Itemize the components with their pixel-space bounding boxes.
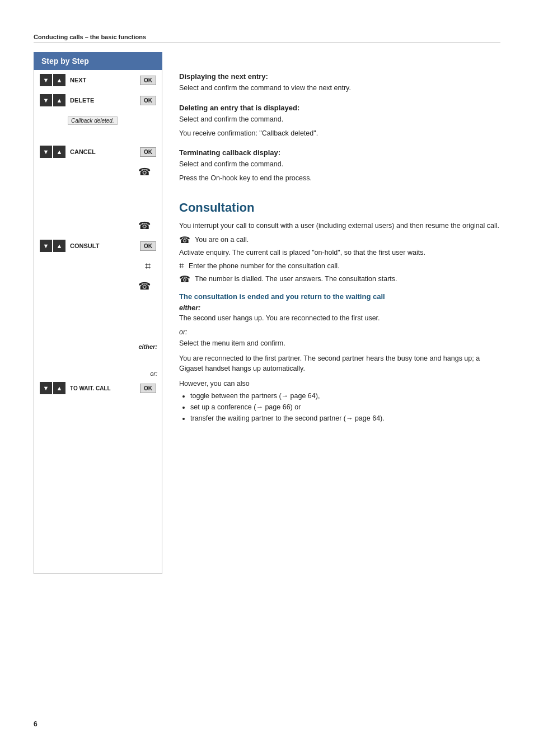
deleting-entry-text2: You receive confirmation: "Callback dele… xyxy=(179,128,500,139)
page-header: Conducting calls – the basic functions xyxy=(34,34,500,43)
either-row: either: xyxy=(34,341,162,352)
consultation-intro: You interrupt your call to consult with … xyxy=(179,221,500,231)
up-arrow[interactable]: ▲ xyxy=(53,94,65,106)
page-number: 6 xyxy=(34,720,38,728)
deleting-entry-text1: Select and confirm the command. xyxy=(179,114,500,125)
consultation-ended-heading: The consultation is ended and you return… xyxy=(179,292,500,301)
step-by-step-box: ▼ ▲ NEXT OK ▼ ▲ DELETE OK Callback delet… xyxy=(34,70,162,574)
bullet-list: toggle between the partners (→ page 64),… xyxy=(190,390,500,424)
cancel-step-row: ▼ ▲ CANCEL OK xyxy=(34,142,162,162)
deleting-entry-heading: Deleting an entry that is displayed: xyxy=(179,104,500,112)
reconnected-text: You are reconnected to the first partner… xyxy=(179,353,500,375)
phone-call-icon: ☎ xyxy=(138,220,156,232)
next-nav-arrows[interactable]: ▼ ▲ xyxy=(40,74,65,86)
dialled-phone-icon: ☎ xyxy=(138,280,156,292)
or-label: or: xyxy=(150,370,157,377)
down-arrow[interactable]: ▼ xyxy=(40,240,52,252)
delete-label: DELETE xyxy=(70,97,135,104)
on-call-row: ☎ You are on a call. xyxy=(179,235,500,245)
enter-number-row: ⌗ Enter the phone number for the consult… xyxy=(179,261,500,272)
displaying-next-heading: Displaying the next entry: xyxy=(179,72,500,81)
right-column: Displaying the next entry: Select and co… xyxy=(162,52,500,574)
up-arrow[interactable]: ▲ xyxy=(53,74,65,86)
callback-deleted-tag: Callback deleted. xyxy=(68,116,118,125)
towaitcall-nav-arrows[interactable]: ▼ ▲ xyxy=(40,382,65,394)
towaitcall-step-row: ▼ ▲ TO WAIT. CALL OK xyxy=(34,378,162,398)
down-arrow[interactable]: ▼ xyxy=(40,146,52,158)
bullet-item-3: transfer the waiting partner to the seco… xyxy=(190,413,500,424)
number-dialled-text: The number is dialled. The user answers.… xyxy=(195,274,397,284)
keypad-row: ⌗ xyxy=(34,256,162,276)
number-dialled-row: ☎ The number is dialled. The user answer… xyxy=(179,274,500,284)
terminating-callback-text2: Press the On-hook key to end the process… xyxy=(179,173,500,184)
or-text-label: or: xyxy=(179,328,500,336)
cancel-label: CANCEL xyxy=(70,148,135,155)
step-by-step-header: Step by Step xyxy=(34,52,162,70)
next-label: NEXT xyxy=(70,77,135,83)
call-icon-row: ☎ xyxy=(34,216,162,236)
keypad-right-icon: ⌗ xyxy=(179,261,184,271)
bullet-item-1: toggle between the partners (→ page 64), xyxy=(190,390,500,402)
towaitcall-label: TO WAIT. CALL xyxy=(70,385,135,391)
either-label: either: xyxy=(138,343,157,350)
activate-text: Activate enquiry. The current call is pl… xyxy=(179,248,500,258)
delete-ok-button[interactable]: OK xyxy=(140,96,156,105)
either-description: The second user hangs up. You are reconn… xyxy=(179,313,500,324)
left-column: Step by Step ▼ ▲ NEXT OK ▼ ▲ DELETE OK xyxy=(34,52,162,574)
callback-deleted-row: Callback deleted. xyxy=(34,110,162,130)
however-text: However, you can also xyxy=(179,379,500,389)
next-step-row: ▼ ▲ NEXT OK xyxy=(34,70,162,90)
either-text-label: either: xyxy=(179,304,500,312)
enter-number-text: Enter the phone number for the consultat… xyxy=(189,261,340,272)
up-arrow[interactable]: ▲ xyxy=(53,240,65,252)
on-call-text: You are on a call. xyxy=(195,235,249,245)
terminating-callback-heading: Terminating callback display: xyxy=(179,148,500,157)
delete-nav-arrows[interactable]: ▼ ▲ xyxy=(40,94,65,106)
keypad-icon: ⌗ xyxy=(145,260,156,272)
terminating-callback-text1: Select and confirm the command. xyxy=(179,159,500,170)
consult-label: CONSULT xyxy=(70,242,135,249)
towaitcall-ok-button[interactable]: OK xyxy=(140,384,156,393)
cancel-ok-button[interactable]: OK xyxy=(140,147,156,157)
call-start-icon: ☎ xyxy=(179,235,190,245)
onhook-icon: ☎ xyxy=(138,166,156,178)
delete-step-row: ▼ ▲ DELETE OK xyxy=(34,90,162,110)
up-arrow[interactable]: ▲ xyxy=(53,382,65,394)
or-row: or: xyxy=(34,369,162,378)
consult-nav-arrows[interactable]: ▼ ▲ xyxy=(40,240,65,252)
down-arrow[interactable]: ▼ xyxy=(40,382,52,394)
displaying-next-text: Select and confirm the command to view t… xyxy=(179,83,500,94)
bullet-item-2: set up a conference (→ page 66) or xyxy=(190,402,500,413)
cancel-nav-arrows[interactable]: ▼ ▲ xyxy=(40,146,65,158)
dialled-row: ☎ xyxy=(34,276,162,296)
up-arrow[interactable]: ▲ xyxy=(53,146,65,158)
or-action-text: Select the menu item and confirm. xyxy=(179,338,500,349)
consultation-title: Consultation xyxy=(179,200,500,215)
dialled-phone-right-icon: ☎ xyxy=(179,274,190,284)
next-ok-button[interactable]: OK xyxy=(140,76,156,85)
consult-ok-button[interactable]: OK xyxy=(140,241,156,251)
down-arrow[interactable]: ▼ xyxy=(40,74,52,86)
down-arrow[interactable]: ▼ xyxy=(40,94,52,106)
onhook-row: ☎ xyxy=(34,162,162,182)
consult-step-row: ▼ ▲ CONSULT OK xyxy=(34,236,162,256)
